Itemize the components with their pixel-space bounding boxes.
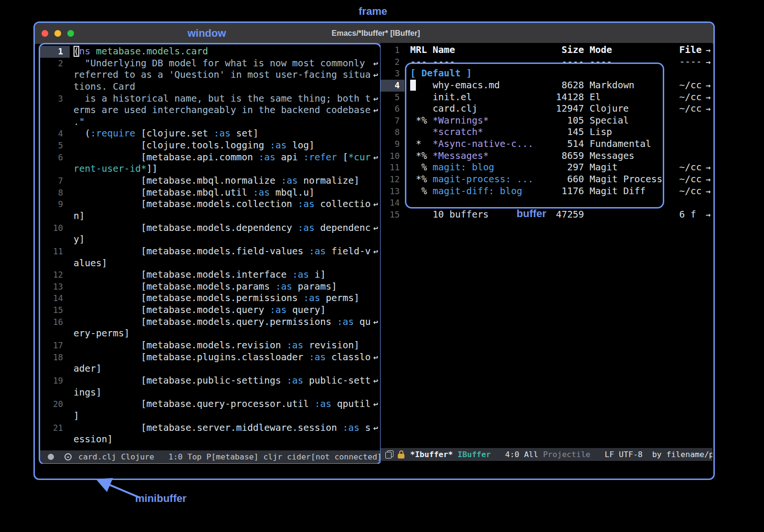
line-text: [metabase.models.query.permissions :as q… [74, 316, 371, 328]
wrap-indicator-icon: ↩ [373, 198, 380, 210]
code-line[interactable]: 17 [metabase.models.revision :as revisio… [40, 340, 380, 352]
line-number [40, 387, 70, 399]
zoom-button[interactable] [67, 30, 74, 37]
line-number: 12 [381, 174, 404, 186]
buffer-row[interactable]: 5 init.el 14128 El ~/cc→ [381, 92, 712, 104]
line-number: 2 [40, 58, 70, 70]
line-text: referred to as a 'Question' in most user… [74, 69, 371, 81]
buffer-row[interactable]: 12 *% magit-process: ... 660 Magit Proce… [381, 174, 712, 186]
line-number: 19 [40, 375, 70, 387]
wrap-indicator-icon: ↩ [373, 352, 380, 364]
modeline-segment: 4:0 All [491, 450, 543, 459]
wrap-indicator-icon: ↩ [373, 398, 380, 410]
buffer-row[interactable]: 6 card.clj 12947 Clojure ~/cc→ [381, 103, 712, 115]
buffer-row[interactable]: 1MRL Name Size Mode File→ [381, 44, 712, 56]
buffer-row[interactable]: 13 % magit-diff: blog 1176 Magit Diff ~/… [381, 186, 712, 198]
code-line[interactable]: 10 [metabase.models.dependency :as depen… [40, 222, 380, 234]
line-text: *scratch* 145 Lisp [410, 126, 612, 138]
text-cursor: ( [74, 46, 79, 57]
buffer-row[interactable]: 14 [381, 197, 712, 209]
lock-icon [398, 450, 404, 459]
code-line[interactable]: 20 [metabase.query-processor.util :as qp… [40, 398, 380, 410]
code-line[interactable]: 12 [metabase.models.interface :as i] [40, 269, 380, 281]
code-line[interactable]: 19 [metabase.public-settings :as public-… [40, 375, 380, 387]
truncation-indicator-icon: → [706, 80, 712, 92]
line-text: [metabase.models.query :as query] [74, 304, 326, 316]
buffer-row[interactable]: 8 *scratch* 145 Lisp [381, 126, 712, 138]
buffer-row[interactable]: 4 why-emacs.md 8628 Markdown ~/cc→ [381, 80, 712, 92]
wrap-indicator-icon: ↩ [373, 152, 380, 164]
buffer-row[interactable]: 9 * *Async-native-c... 514 Fundamental [381, 138, 712, 150]
minimize-button[interactable] [54, 30, 61, 37]
code-line[interactable]: y] [40, 234, 380, 246]
code-line[interactable]: 3 is a historical name, but is the same … [40, 93, 380, 105]
line-number: 5 [40, 140, 70, 152]
code-line[interactable]: 13 [metabase.models.params :as params] [40, 281, 380, 293]
buffer-row[interactable]: 3[ Default ] [381, 68, 712, 80]
code-line[interactable]: 11 [metabase.models.field-values :as fie… [40, 246, 380, 258]
code-line[interactable]: erms are used interchangeably in the bac… [40, 104, 380, 116]
code-line[interactable]: 6 [metabase.api.common :as api :refer [*… [40, 152, 380, 164]
code-line[interactable]: n] [40, 210, 380, 222]
code-line[interactable]: 7 [metabase.mbql.normalize :as normalize… [40, 175, 380, 187]
wrap-indicator-icon: ↩ [373, 104, 380, 116]
code-line[interactable]: ader] [40, 363, 380, 375]
code-line[interactable]: referred to as a 'Question' in most user… [40, 69, 380, 81]
buffer-list-area[interactable]: 1MRL Name Size Mode File→2--- ---- ---- … [381, 43, 712, 221]
code-line[interactable]: 4 (:require [clojure.set :as set] [40, 128, 380, 140]
line-number: 5 [381, 92, 404, 104]
traffic-lights [35, 30, 80, 37]
code-line[interactable]: 2 "Underlying DB model for what is now m… [40, 58, 380, 70]
line-text: tions. Card [74, 81, 135, 93]
buffer-row[interactable]: 15 10 buffers 47259 6 f→ [381, 209, 712, 221]
code-line[interactable]: 14 [metabase.models.permissions :as perm… [40, 292, 380, 304]
code-line[interactable]: ] [40, 410, 380, 422]
minibuffer-annotation-label: minibuffer [135, 492, 187, 505]
copy-pages-icon [385, 450, 393, 459]
code-line[interactable]: 9 [metabase.models.collection :as collec… [40, 198, 380, 210]
line-number: 20 [40, 398, 70, 410]
line-text: n] [74, 210, 85, 222]
code-line[interactable]: 1(ns metabase.models.card [40, 46, 380, 58]
line-number [40, 258, 70, 270]
code-line[interactable]: 8 [metabase.mbql.util :as mbql.u] [40, 187, 380, 199]
code-line[interactable]: ." [40, 116, 380, 128]
line-number [40, 410, 70, 422]
code-line[interactable]: alues] [40, 258, 380, 270]
line-number: 4 [40, 128, 70, 140]
line-number: 8 [381, 126, 404, 138]
line-text: rent-user-id*]] [74, 163, 158, 175]
buffer-row[interactable]: 2--- ---- ---- ---- ----→ [381, 56, 712, 68]
line-text: card.clj 12947 Clojure ~/cc [410, 103, 701, 115]
code-line[interactable]: tions. Card [40, 81, 380, 93]
close-button[interactable] [42, 30, 48, 37]
code-line[interactable]: rent-user-id*]] [40, 163, 380, 175]
left-modeline[interactable]: card.clj Clojure 1:0 Top P[metabase] clj… [40, 450, 380, 463]
code-line[interactable]: 16 [metabase.models.query.permissions :a… [40, 316, 380, 328]
line-number: 9 [40, 198, 70, 210]
line-number: 17 [40, 340, 70, 352]
code-line[interactable]: 21 [metabase.server.middleware.session :… [40, 422, 380, 434]
line-number: 15 [381, 209, 404, 221]
code-area[interactable]: 1(ns metabase.models.card2 "Underlying D… [40, 44, 380, 450]
line-number: 16 [40, 316, 70, 328]
code-line[interactable]: ession] [40, 434, 380, 446]
buffer-row[interactable]: 10 *% *Messages* 8659 Messages [381, 150, 712, 162]
code-line[interactable]: 15 [metabase.models.query :as query] [40, 304, 380, 316]
line-text: [metabase.models.field-values :as field-… [74, 246, 371, 258]
code-line[interactable]: 18 [metabase.plugins.classloader :as cla… [40, 352, 380, 364]
code-line[interactable]: ings] [40, 387, 380, 399]
line-text: [metabase.public-settings :as public-set… [74, 375, 371, 387]
line-text: is a historical name, but is the same th… [74, 93, 371, 105]
line-number [40, 434, 70, 446]
right-modeline[interactable]: *Ibuffer* IBuffer 4:0 All Projectile LF … [381, 448, 712, 461]
buffer-row[interactable]: 7 *% *Warnings* 105 Special [381, 115, 712, 127]
minibuffer[interactable] [39, 464, 710, 476]
window-annotation-label: window [188, 27, 226, 40]
buffer-row[interactable]: 11 % magit: blog 297 Magit ~/cc→ [381, 162, 712, 174]
code-line[interactable]: 5 [clojure.tools.logging :as log] [40, 140, 380, 152]
code-line[interactable]: ery-perms] [40, 328, 380, 340]
line-number: 9 [381, 138, 404, 150]
line-number [40, 210, 70, 222]
line-text: 10 buffers 47259 6 f [410, 209, 696, 221]
